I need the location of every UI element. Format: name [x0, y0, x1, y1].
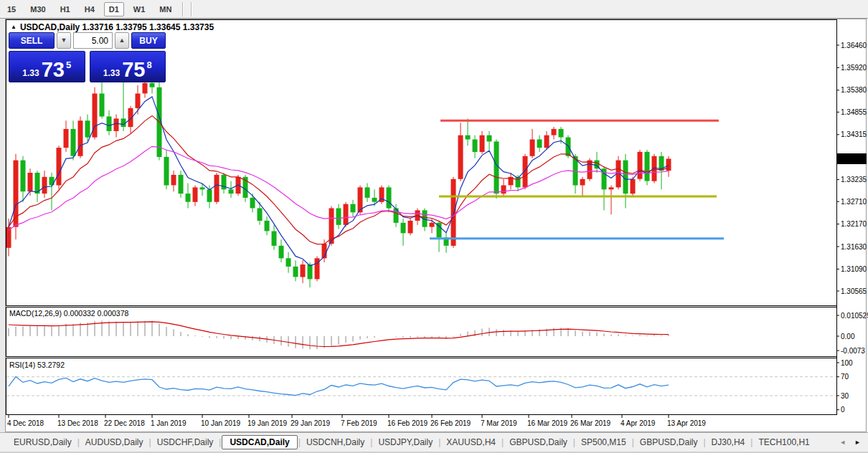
candle-body	[487, 135, 492, 142]
candle-body	[638, 152, 643, 179]
price-tick-label: 1.34315	[841, 130, 867, 138]
tab-scroll-right-icon[interactable]: ►	[854, 439, 861, 446]
price-tick-label: 1.31090	[841, 265, 867, 273]
candle-body	[186, 194, 191, 202]
candle-body	[164, 157, 169, 186]
date-tick-label: 4 Apr 2019	[621, 419, 656, 427]
timeframe-toolbar: 15M30H1H4D1W1MN	[0, 0, 868, 19]
timeframe-button-H4[interactable]: H4	[80, 2, 100, 16]
date-tick-label: 19 Jan 2019	[247, 419, 287, 427]
candle-body	[351, 204, 356, 213]
current-price-badge	[837, 153, 867, 164]
chart-title: ▲USDCAD,Daily 1.33716 1.33795 1.33645 1.…	[11, 22, 214, 32]
candle-body	[523, 156, 528, 188]
arrow-up-icon: ▲	[119, 37, 126, 44]
candle-body	[501, 186, 506, 194]
macd-tick-label: 0.00	[841, 333, 855, 340]
candle-body	[21, 161, 26, 192]
candle-body	[171, 175, 176, 186]
candle-body	[588, 161, 593, 179]
candle-body	[250, 198, 255, 209]
candle-body	[308, 264, 313, 279]
price-tick-label: 1.33235	[841, 176, 867, 183]
candle-body	[207, 189, 212, 202]
rsi-tick-label: 30	[841, 392, 849, 400]
rsi-tick-label: 100	[841, 359, 853, 367]
timeframe-button-H1[interactable]: H1	[55, 2, 75, 16]
candle-body	[480, 135, 485, 152]
candle-body	[552, 129, 557, 135]
candle-body	[71, 129, 76, 156]
price-tick-label: 1.36460	[841, 42, 867, 49]
date-tick-label: 16 Mar 2019	[527, 419, 568, 427]
chart-tab-EURUSD-Daily[interactable]: EURUSD,Daily	[9, 435, 77, 449]
chart-tab-USDCHF-Daily[interactable]: USDCHF,Daily	[152, 435, 219, 449]
candle-body	[293, 267, 298, 277]
candle-body	[258, 209, 263, 221]
candle-body	[466, 135, 471, 140]
sell-price-prefix: 1.33	[22, 69, 39, 79]
price-tick-label: 1.35380	[841, 86, 867, 94]
timeframe-button-D1[interactable]: D1	[104, 2, 124, 16]
candle-body	[143, 83, 148, 93]
sell-price-pip: 5	[66, 60, 71, 70]
date-tick-label: 1 Jan 2019	[151, 419, 187, 427]
chart-tab-USDCAD-Daily[interactable]: USDCAD,Daily	[222, 435, 297, 449]
candle-body	[265, 221, 270, 232]
candle-body	[200, 187, 205, 189]
candle-body	[537, 140, 542, 148]
candle-body	[272, 232, 277, 246]
chart-tab-XAUUSD-H4[interactable]: XAUUSD,H4	[441, 435, 501, 449]
chart-tab-USDJPY-Daily[interactable]: USDJPY,Daily	[373, 435, 438, 449]
candle-body	[387, 187, 392, 208]
trading-terminal-window: 1.364601.359201.353801.348551.343151.332…	[0, 0, 868, 453]
candle-body	[401, 223, 406, 234]
candle-body	[107, 117, 112, 131]
candle-body	[408, 221, 413, 234]
chart-tab-TECH100-H1[interactable]: TECH100,H1	[753, 435, 814, 449]
candle-body	[229, 189, 234, 194]
sell-button[interactable]: SELL	[9, 32, 55, 49]
timeframe-button-MN[interactable]: MN	[154, 2, 176, 16]
candle-body	[494, 141, 499, 194]
candle-body	[645, 152, 650, 181]
candle-body	[279, 246, 284, 259]
price-tick-label: 1.34855	[841, 108, 867, 116]
timeframe-button-W1[interactable]: W1	[128, 2, 151, 16]
candle-body	[451, 179, 456, 246]
candle-body	[57, 148, 62, 185]
timeframe-button-M30[interactable]: M30	[25, 2, 50, 16]
candle-body	[150, 83, 155, 87]
volume-increase-button[interactable]: ▲	[115, 32, 129, 49]
chart-tab-GBPUSD-Daily[interactable]: GBPUSD,Daily	[504, 435, 572, 449]
candle-body	[631, 179, 636, 194]
sell-price-display[interactable]: 1.33 73 5	[9, 51, 85, 82]
date-tick-label: 13 Dec 2018	[57, 419, 98, 427]
candle-body	[114, 118, 119, 131]
candle-body	[42, 177, 47, 194]
price-tick-label: 1.31630	[841, 243, 867, 251]
price-tick-label: 1.30565	[841, 287, 867, 295]
buy-price-display[interactable]: 1.33 75 8	[90, 51, 166, 82]
timeframe-button-15[interactable]: 15	[2, 2, 21, 16]
arrow-down-icon: ▼	[61, 37, 67, 44]
date-tick-label: 7 Feb 2019	[341, 419, 377, 427]
date-tick-label: 4 Dec 2018	[7, 419, 44, 427]
chart-tab-GBPUSD-Daily[interactable]: GBPUSD,Daily	[635, 435, 703, 449]
date-tick-label: 16 Feb 2019	[387, 419, 428, 427]
buy-price-big: 75	[122, 62, 145, 79]
chart-tab-DJ30-H4[interactable]: DJ30,H4	[707, 435, 750, 449]
candle-body	[100, 94, 105, 117]
chart-tab-AUDUSD-Daily[interactable]: AUDUSD,Daily	[80, 435, 148, 449]
volume-input[interactable]	[73, 32, 113, 49]
buy-button[interactable]: BUY	[131, 32, 166, 49]
tab-scroll-left-icon[interactable]: ◄	[839, 439, 846, 446]
candle-body	[85, 120, 90, 137]
chart-tab-USDCNH-Daily[interactable]: USDCNH,Daily	[301, 435, 369, 449]
volume-decrease-button[interactable]: ▼	[57, 32, 71, 49]
candle-body	[458, 135, 463, 179]
candle-body	[301, 264, 306, 277]
chart-tab-SP500-M15[interactable]: SP500,M15	[576, 435, 631, 449]
candle-body	[544, 135, 549, 148]
collapse-panel-icon[interactable]: ▲	[11, 24, 16, 30]
